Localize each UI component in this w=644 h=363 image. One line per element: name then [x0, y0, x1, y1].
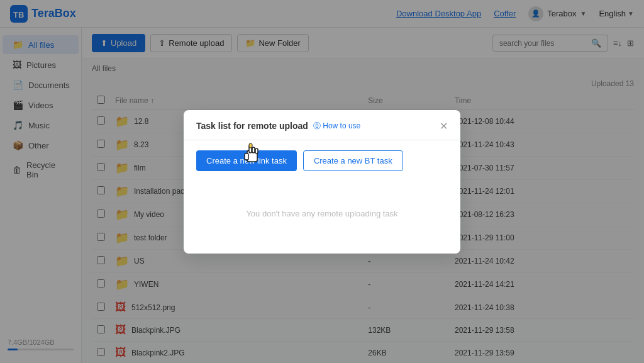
modal-title-area: Task list for remote upload ⓪ How to use: [196, 121, 360, 131]
create-bt-task-button[interactable]: Create a new BT task: [303, 150, 403, 171]
modal-help-link[interactable]: ⓪ How to use: [313, 121, 360, 131]
remote-upload-modal: Task list for remote upload ⓪ How to use…: [184, 110, 460, 254]
modal-overlay[interactable]: Task list for remote upload ⓪ How to use…: [0, 0, 644, 363]
modal-body: Create a new link task Create a new BT t…: [184, 140, 460, 254]
modal-header: Task list for remote upload ⓪ How to use…: [184, 110, 460, 140]
modal-close-button[interactable]: ✕: [440, 120, 448, 132]
modal-action-buttons: Create a new link task Create a new BT t…: [196, 150, 448, 171]
modal-empty-message: You don't have any remote uploading task: [196, 184, 448, 243]
modal-title: Task list for remote upload: [196, 121, 308, 131]
create-link-task-button[interactable]: Create a new link task: [196, 150, 297, 171]
